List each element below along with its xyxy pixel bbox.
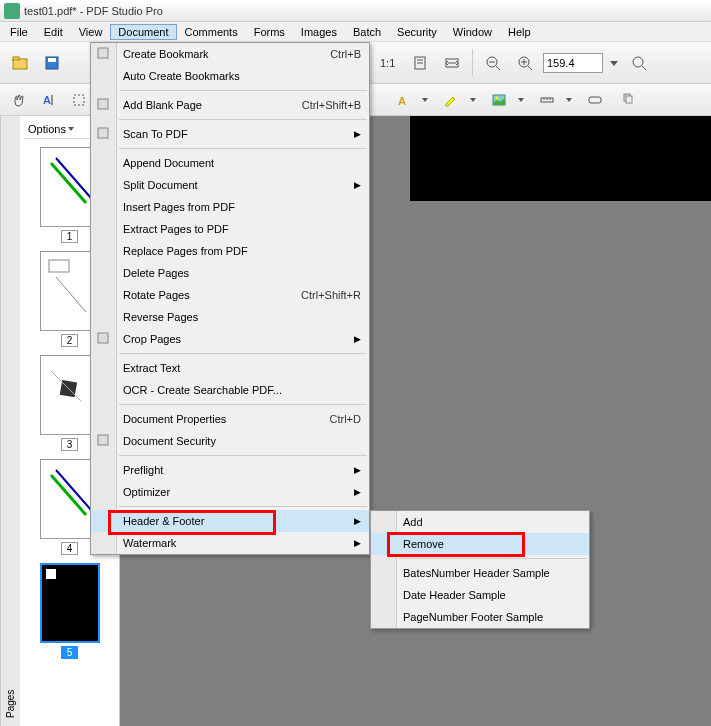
zoom-out-button[interactable] xyxy=(479,49,507,77)
menu-document[interactable]: Document xyxy=(110,24,176,40)
shortcut-label: Ctrl+Shift+R xyxy=(301,289,361,301)
menu-edit[interactable]: Edit xyxy=(36,24,71,40)
zoom-input[interactable] xyxy=(543,53,603,73)
menu-item-preflight[interactable]: Preflight▶ xyxy=(91,459,369,481)
stamp-button[interactable] xyxy=(616,87,642,113)
image-annotation-button[interactable] xyxy=(486,87,512,113)
header-footer-submenu: AddRemoveBatesNumber Header SampleDate H… xyxy=(370,510,590,629)
fit-page-button[interactable] xyxy=(406,49,434,77)
menu-help[interactable]: Help xyxy=(500,24,539,40)
menu-item-label: Rotate Pages xyxy=(123,289,190,301)
svg-rect-39 xyxy=(98,128,108,138)
svg-line-15 xyxy=(642,66,646,70)
submenu-arrow-icon: ▶ xyxy=(354,465,361,475)
submenu-item-add[interactable]: Add xyxy=(371,511,589,533)
menu-comments[interactable]: Comments xyxy=(177,24,246,40)
fit-actual-button[interactable]: 1:1 xyxy=(374,49,402,77)
menu-batch[interactable]: Batch xyxy=(345,24,389,40)
fit-width-button[interactable] xyxy=(438,49,466,77)
submenu-arrow-icon: ▶ xyxy=(354,516,361,526)
svg-text:A: A xyxy=(43,94,51,106)
submenu-item-label: Add xyxy=(403,516,423,528)
menu-item-label: Document Security xyxy=(123,435,216,447)
menu-item-append-document[interactable]: Append Document xyxy=(91,152,369,174)
menu-item-rotate-pages[interactable]: Rotate PagesCtrl+Shift+R xyxy=(91,284,369,306)
submenu-item-remove[interactable]: Remove xyxy=(371,533,589,555)
object-select-button[interactable] xyxy=(66,87,92,113)
menu-item-add-blank-page[interactable]: Add Blank PageCtrl+Shift+B xyxy=(91,94,369,116)
dropdown-arrow-3[interactable] xyxy=(516,87,526,113)
svg-rect-40 xyxy=(98,333,108,343)
hand-tool-button[interactable] xyxy=(6,87,32,113)
svg-rect-3 xyxy=(48,58,56,62)
menu-item-label: Create Bookmark xyxy=(123,48,209,60)
save-button[interactable] xyxy=(38,49,66,77)
menu-item-delete-pages[interactable]: Delete Pages xyxy=(91,262,369,284)
page-thumbnail-5[interactable]: 5 xyxy=(35,563,105,659)
menu-item-auto-create-bookmarks[interactable]: Auto Create Bookmarks xyxy=(91,65,369,87)
submenu-arrow-icon: ▶ xyxy=(354,180,361,190)
menu-file[interactable]: File xyxy=(2,24,36,40)
menu-window[interactable]: Window xyxy=(445,24,500,40)
submenu-item-pagenumber-footer-sample[interactable]: PageNumber Footer Sample xyxy=(371,606,589,628)
menu-images[interactable]: Images xyxy=(293,24,345,40)
submenu-item-label: Date Header Sample xyxy=(403,589,506,601)
menu-item-create-bookmark[interactable]: Create BookmarkCtrl+B xyxy=(91,43,369,65)
menu-item-replace-pages-from-pdf[interactable]: Replace Pages from PDF xyxy=(91,240,369,262)
menu-item-scan-to-pdf[interactable]: Scan To PDF▶ xyxy=(91,123,369,145)
menu-item-label: Crop Pages xyxy=(123,333,181,345)
menu-item-crop-pages[interactable]: Crop Pages▶ xyxy=(91,328,369,350)
svg-text:1:1: 1:1 xyxy=(380,57,395,69)
svg-line-11 xyxy=(528,66,532,70)
menu-item-optimizer[interactable]: Optimizer▶ xyxy=(91,481,369,503)
menu-separator xyxy=(119,404,367,405)
menu-security[interactable]: Security xyxy=(389,24,445,40)
menu-item-header-footer[interactable]: Header & Footer▶ xyxy=(91,510,369,532)
svg-line-34 xyxy=(51,371,81,401)
link-button[interactable] xyxy=(582,87,608,113)
zoom-in-button[interactable] xyxy=(511,49,539,77)
menu-item-extract-text[interactable]: Extract Text xyxy=(91,357,369,379)
submenu-item-label: BatesNumber Header Sample xyxy=(403,567,550,579)
shortcut-label: Ctrl+Shift+B xyxy=(302,99,361,111)
thumbnail-number: 5 xyxy=(61,646,79,659)
pages-tab[interactable]: Pages xyxy=(0,116,20,726)
text-select-button[interactable]: A xyxy=(36,87,62,113)
menu-item-label: Split Document xyxy=(123,179,198,191)
dropdown-arrow-4[interactable] xyxy=(564,87,574,113)
menu-item-label: Add Blank Page xyxy=(123,99,202,111)
menu-item-label: OCR - Create Searchable PDF... xyxy=(123,384,282,396)
menu-item-document-properties[interactable]: Document PropertiesCtrl+D xyxy=(91,408,369,430)
shortcut-label: Ctrl+D xyxy=(330,413,361,425)
menu-separator xyxy=(119,90,367,91)
menu-separator xyxy=(119,119,367,120)
zoom-tool-button[interactable] xyxy=(625,49,653,77)
menu-item-insert-pages-from-pdf[interactable]: Insert Pages from PDF xyxy=(91,196,369,218)
menu-item-split-document[interactable]: Split Document▶ xyxy=(91,174,369,196)
open-button[interactable] xyxy=(6,49,34,77)
menu-item-document-security[interactable]: Document Security xyxy=(91,430,369,452)
menu-item-extract-pages-to-pdf[interactable]: Extract Pages to PDF xyxy=(91,218,369,240)
submenu-item-date-header-sample[interactable]: Date Header Sample xyxy=(371,584,589,606)
dropdown-arrow-1[interactable] xyxy=(420,87,430,113)
submenu-arrow-icon: ▶ xyxy=(354,129,361,139)
svg-line-32 xyxy=(56,277,86,312)
menu-item-label: Watermark xyxy=(123,537,176,549)
menu-item-reverse-pages[interactable]: Reverse Pages xyxy=(91,306,369,328)
menu-view[interactable]: View xyxy=(71,24,111,40)
menu-item-watermark[interactable]: Watermark▶ xyxy=(91,532,369,554)
dropdown-arrow-2[interactable] xyxy=(468,87,478,113)
menu-item-label: Header & Footer xyxy=(123,515,204,527)
menu-separator xyxy=(119,353,367,354)
submenu-item-label: PageNumber Footer Sample xyxy=(403,611,543,623)
highlight-button[interactable] xyxy=(438,87,464,113)
submenu-item-batesnumber-header-sample[interactable]: BatesNumber Header Sample xyxy=(371,562,589,584)
shortcut-label: Ctrl+B xyxy=(330,48,361,60)
text-annotation-button[interactable]: A xyxy=(390,87,416,113)
measure-button[interactable] xyxy=(534,87,560,113)
menu-item-ocr-create-searchable-pdf-[interactable]: OCR - Create Searchable PDF... xyxy=(91,379,369,401)
menu-forms[interactable]: Forms xyxy=(246,24,293,40)
submenu-arrow-icon: ▶ xyxy=(354,487,361,497)
zoom-dropdown[interactable] xyxy=(607,49,621,77)
menu-item-label: Reverse Pages xyxy=(123,311,198,323)
